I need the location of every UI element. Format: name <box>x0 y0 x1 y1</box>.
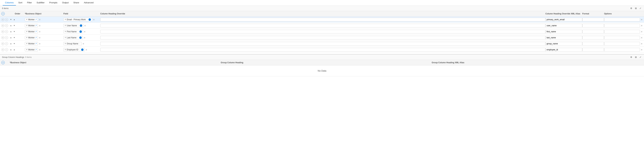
down-arrow-btn[interactable]: ▼ <box>13 30 16 33</box>
add-row-button[interactable]: + <box>1 48 4 51</box>
remove-field-tag[interactable]: ✕ <box>64 42 66 45</box>
field-menu-6[interactable]: ≡ <box>85 48 88 51</box>
tab-advanced[interactable]: Advanced <box>82 0 96 5</box>
options-input-6[interactable] <box>604 48 640 51</box>
up-arrow-btn[interactable]: ▲ <box>10 48 12 51</box>
external-link-icon[interactable]: ↗ <box>35 30 37 33</box>
options-menu-5[interactable]: ≡ <box>641 42 643 45</box>
up-arrow-btn[interactable]: ▲ <box>10 36 12 39</box>
remove-worker-tag[interactable]: ✕ <box>26 48 28 51</box>
add-row-button[interactable]: + <box>1 24 4 27</box>
format-input-1[interactable] <box>582 18 604 21</box>
biz-obj-menu-6[interactable]: ≡ <box>38 48 40 51</box>
heading-xml-input-2[interactable] <box>546 24 582 27</box>
options-input-5[interactable] <box>604 42 640 45</box>
biz-obj-menu-2[interactable]: ≡ <box>38 24 40 27</box>
options-menu-2[interactable]: ≡ <box>641 24 643 27</box>
group-filter-icon-btn[interactable]: ⚙ <box>630 56 633 59</box>
tab-share[interactable]: Share <box>71 0 82 5</box>
sort-expand-btn[interactable]: ▲ <box>13 48 16 51</box>
tab-sort[interactable]: Sort <box>16 0 25 5</box>
heading-xml-input-4[interactable] <box>546 36 582 39</box>
down-arrow-btn[interactable]: ▼ <box>13 36 16 39</box>
external-link-icon[interactable]: ↗ <box>35 24 37 27</box>
group-expand-icon-btn[interactable]: ⤢ <box>639 56 642 59</box>
field-info-icon-6[interactable]: i <box>81 48 84 51</box>
add-row-button[interactable]: + <box>1 18 4 21</box>
up-arrow-btn[interactable]: ▲ <box>10 24 12 27</box>
add-row-button[interactable]: + <box>1 36 4 39</box>
group-grid-icon-btn[interactable]: ⊞ <box>634 56 638 59</box>
field-menu-5[interactable]: ≡ <box>82 42 84 45</box>
remove-row-button[interactable]: − <box>5 30 8 33</box>
add-column-button[interactable]: + <box>1 12 5 15</box>
field-menu-1[interactable]: ≡ <box>93 18 95 21</box>
remove-row-button[interactable]: − <box>5 48 8 51</box>
remove-field-tag[interactable]: ✕ <box>64 36 66 39</box>
remove-row-button[interactable]: − <box>5 24 8 27</box>
heading-xml-input-3[interactable] <box>546 30 582 33</box>
remove-row-button[interactable]: − <box>5 18 8 21</box>
field-info-icon-4[interactable]: i <box>79 36 82 39</box>
field-info-icon-3[interactable]: i <box>80 30 82 33</box>
down-arrow-btn[interactable]: ▼ <box>10 18 12 21</box>
external-link-icon[interactable]: ↗ <box>35 48 37 51</box>
heading-override-input-6[interactable] <box>100 48 546 51</box>
add-row-button[interactable]: + <box>1 30 4 33</box>
options-input-4[interactable] <box>604 36 640 39</box>
field-menu-2[interactable]: ≡ <box>84 24 86 27</box>
grid-icon-btn[interactable]: ⊞ <box>634 7 638 10</box>
heading-override-input-1[interactable] <box>100 18 546 21</box>
options-menu-3[interactable]: ≡ <box>641 30 643 33</box>
external-link-icon[interactable]: ↗ <box>35 18 37 20</box>
remove-field-tag[interactable]: ✕ <box>64 48 66 51</box>
expand-icon-btn[interactable]: ⤢ <box>639 7 642 10</box>
biz-obj-menu-3[interactable]: ≡ <box>38 30 40 33</box>
format-input-6[interactable] <box>582 48 604 51</box>
remove-field-tag[interactable]: ✕ <box>64 30 66 33</box>
format-input-2[interactable] <box>582 24 604 27</box>
options-input-3[interactable] <box>604 30 640 33</box>
up-arrow-btn[interactable]: ▲ <box>10 30 12 33</box>
remove-field-tag[interactable]: ✕ <box>64 24 66 27</box>
remove-field-tag[interactable]: ✕ <box>64 18 66 20</box>
biz-obj-menu-1[interactable]: ≡ <box>38 18 40 21</box>
up-arrow-btn[interactable]: ▲ <box>13 18 16 21</box>
heading-xml-input-1[interactable] <box>546 18 582 21</box>
heading-xml-input-5[interactable] <box>546 42 582 45</box>
format-input-3[interactable] <box>582 30 604 33</box>
remove-worker-tag[interactable]: ✕ <box>26 36 28 39</box>
field-menu-4[interactable]: ≡ <box>84 36 86 39</box>
filter-icon-btn[interactable]: ⚙ <box>630 7 633 10</box>
add-row-button[interactable]: + <box>1 42 4 45</box>
add-group-column-button[interactable]: + <box>1 61 5 64</box>
biz-obj-menu-4[interactable]: ≡ <box>38 36 40 39</box>
remove-worker-tag[interactable]: ✕ <box>26 24 28 27</box>
options-menu-1[interactable]: ≡ <box>641 18 643 21</box>
options-input-2[interactable] <box>604 24 640 27</box>
field-info-icon-2[interactable]: i <box>80 24 82 27</box>
remove-row-button[interactable]: − <box>5 36 8 39</box>
down-arrow-btn[interactable]: ▼ <box>13 24 16 27</box>
biz-obj-menu-5[interactable]: ≡ <box>38 42 40 45</box>
remove-row-button[interactable]: − <box>5 42 8 45</box>
external-link-icon[interactable]: ↗ <box>35 36 37 39</box>
remove-worker-tag[interactable]: ✕ <box>26 18 28 20</box>
options-menu-6[interactable]: ≡ <box>641 48 643 51</box>
field-menu-3[interactable]: ≡ <box>84 30 86 33</box>
heading-override-input-3[interactable] <box>100 30 546 33</box>
down-arrow-btn[interactable]: ▼ <box>13 42 16 45</box>
format-input-5[interactable] <box>582 42 604 45</box>
remove-worker-tag[interactable]: ✕ <box>26 42 28 45</box>
heading-override-input-2[interactable] <box>100 24 546 27</box>
heading-override-input-5[interactable] <box>100 42 546 45</box>
field-info-icon-1[interactable]: i <box>88 18 91 21</box>
tab-prompts[interactable]: Prompts <box>47 0 60 5</box>
up-arrow-btn[interactable]: ▲ <box>10 42 12 45</box>
options-input-1[interactable] <box>604 18 640 21</box>
tab-filter[interactable]: Filter <box>25 0 34 5</box>
heading-override-input-4[interactable] <box>100 36 546 39</box>
format-input-4[interactable] <box>582 36 604 39</box>
tab-subfilter[interactable]: Subfilter <box>34 0 47 5</box>
tab-columns[interactable]: Columns <box>3 0 16 5</box>
